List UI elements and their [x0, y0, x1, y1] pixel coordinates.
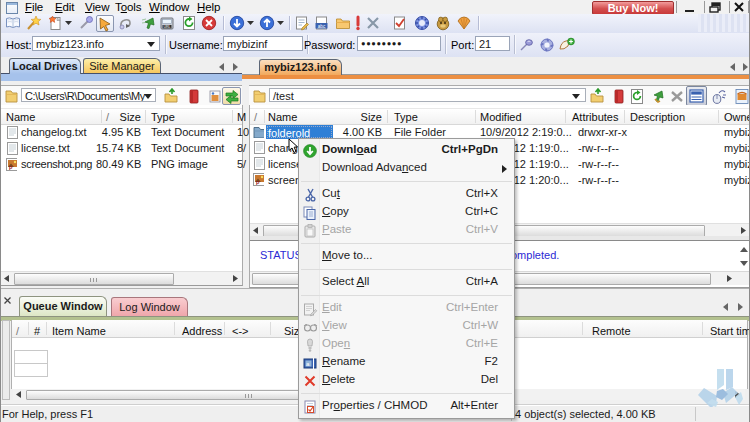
svg-text:abc: abc	[318, 24, 326, 29]
svg-text:URL: URL	[163, 25, 170, 29]
